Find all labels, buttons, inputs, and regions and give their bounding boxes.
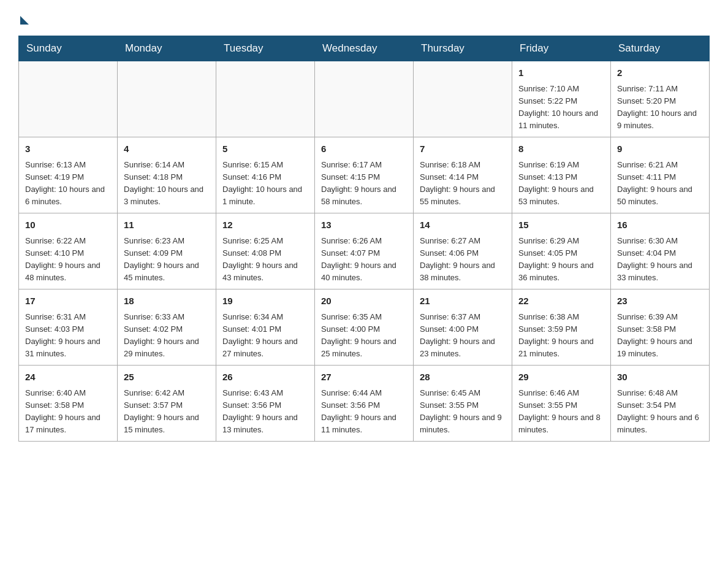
- day-number: 15: [518, 218, 604, 232]
- day-sun-info: Sunrise: 6:31 AMSunset: 4:03 PMDaylight:…: [25, 311, 111, 361]
- calendar-week-row: 1Sunrise: 7:10 AMSunset: 5:22 PMDaylight…: [19, 61, 710, 137]
- calendar-day-header: Monday: [118, 36, 216, 61]
- day-number: 17: [25, 294, 111, 308]
- day-number: 29: [518, 370, 604, 385]
- calendar-cell: 23Sunrise: 6:39 AMSunset: 3:58 PMDayligh…: [611, 289, 710, 366]
- calendar-cell: 7Sunrise: 6:18 AMSunset: 4:14 PMDaylight…: [414, 137, 512, 213]
- day-number: 21: [420, 294, 506, 308]
- day-sun-info: Sunrise: 6:34 AMSunset: 4:01 PMDaylight:…: [222, 311, 308, 361]
- day-sun-info: Sunrise: 6:38 AMSunset: 3:59 PMDaylight:…: [518, 311, 604, 361]
- day-sun-info: Sunrise: 6:23 AMSunset: 4:09 PMDaylight:…: [124, 235, 210, 285]
- calendar-week-row: 3Sunrise: 6:13 AMSunset: 4:19 PMDaylight…: [19, 137, 710, 213]
- calendar-cell: 9Sunrise: 6:21 AMSunset: 4:11 PMDaylight…: [611, 137, 710, 213]
- calendar-cell: 21Sunrise: 6:37 AMSunset: 4:00 PMDayligh…: [414, 289, 512, 366]
- day-sun-info: Sunrise: 6:35 AMSunset: 4:00 PMDaylight:…: [321, 311, 407, 361]
- day-sun-info: Sunrise: 6:40 AMSunset: 3:58 PMDaylight:…: [25, 387, 111, 437]
- calendar-cell: 6Sunrise: 6:17 AMSunset: 4:15 PMDaylight…: [315, 137, 414, 213]
- day-number: 14: [420, 218, 506, 232]
- day-sun-info: Sunrise: 6:30 AMSunset: 4:04 PMDaylight:…: [617, 235, 703, 285]
- day-sun-info: Sunrise: 6:14 AMSunset: 4:18 PMDaylight:…: [124, 159, 210, 209]
- calendar-cell: 4Sunrise: 6:14 AMSunset: 4:18 PMDaylight…: [118, 137, 216, 213]
- calendar-cell: 2Sunrise: 7:11 AMSunset: 5:20 PMDaylight…: [611, 61, 710, 137]
- calendar-cell: 28Sunrise: 6:45 AMSunset: 3:55 PMDayligh…: [414, 366, 512, 442]
- day-number: 8: [518, 142, 604, 156]
- day-sun-info: Sunrise: 6:48 AMSunset: 3:54 PMDaylight:…: [617, 387, 703, 437]
- day-number: 13: [321, 218, 407, 232]
- day-sun-info: Sunrise: 6:39 AMSunset: 3:58 PMDaylight:…: [617, 311, 703, 361]
- day-number: 9: [617, 142, 703, 156]
- calendar-cell: 29Sunrise: 6:46 AMSunset: 3:55 PMDayligh…: [512, 366, 611, 442]
- calendar-cell: 3Sunrise: 6:13 AMSunset: 4:19 PMDaylight…: [19, 137, 118, 213]
- day-sun-info: Sunrise: 6:27 AMSunset: 4:06 PMDaylight:…: [420, 235, 506, 285]
- calendar-day-header: Friday: [512, 36, 611, 61]
- calendar-cell: 16Sunrise: 6:30 AMSunset: 4:04 PMDayligh…: [611, 213, 710, 289]
- day-number: 19: [222, 294, 308, 308]
- calendar-cell: 1Sunrise: 7:10 AMSunset: 5:22 PMDaylight…: [512, 61, 611, 137]
- calendar-cell: 30Sunrise: 6:48 AMSunset: 3:54 PMDayligh…: [611, 366, 710, 442]
- day-sun-info: Sunrise: 6:45 AMSunset: 3:55 PMDaylight:…: [420, 387, 506, 437]
- calendar-cell: [216, 61, 315, 137]
- day-sun-info: Sunrise: 6:29 AMSunset: 4:05 PMDaylight:…: [518, 235, 604, 285]
- calendar-cell: 22Sunrise: 6:38 AMSunset: 3:59 PMDayligh…: [512, 289, 611, 366]
- day-sun-info: Sunrise: 6:21 AMSunset: 4:11 PMDaylight:…: [617, 159, 703, 209]
- day-sun-info: Sunrise: 6:43 AMSunset: 3:56 PMDaylight:…: [222, 387, 308, 437]
- calendar-cell: 10Sunrise: 6:22 AMSunset: 4:10 PMDayligh…: [19, 213, 118, 289]
- logo: [18, 12, 29, 25]
- calendar-cell: 25Sunrise: 6:42 AMSunset: 3:57 PMDayligh…: [118, 366, 216, 442]
- day-number: 20: [321, 294, 407, 308]
- day-number: 30: [617, 370, 703, 385]
- day-sun-info: Sunrise: 6:42 AMSunset: 3:57 PMDaylight:…: [124, 387, 210, 437]
- calendar-cell: [19, 61, 118, 137]
- calendar-table: SundayMondayTuesdayWednesdayThursdayFrid…: [18, 36, 710, 442]
- day-number: 4: [124, 142, 210, 156]
- calendar-cell: 18Sunrise: 6:33 AMSunset: 4:02 PMDayligh…: [118, 289, 216, 366]
- calendar-cell: [414, 61, 512, 137]
- day-number: 28: [420, 370, 506, 385]
- day-number: 5: [222, 142, 308, 156]
- calendar-cell: 14Sunrise: 6:27 AMSunset: 4:06 PMDayligh…: [414, 213, 512, 289]
- day-sun-info: Sunrise: 7:10 AMSunset: 5:22 PMDaylight:…: [518, 83, 604, 132]
- calendar-day-header: Wednesday: [315, 36, 414, 61]
- day-sun-info: Sunrise: 6:19 AMSunset: 4:13 PMDaylight:…: [518, 159, 604, 209]
- day-sun-info: Sunrise: 6:17 AMSunset: 4:15 PMDaylight:…: [321, 159, 407, 209]
- day-number: 16: [617, 218, 703, 232]
- day-number: 3: [25, 142, 111, 156]
- day-number: 26: [222, 370, 308, 385]
- day-number: 1: [518, 66, 604, 80]
- calendar-cell: [315, 61, 414, 137]
- calendar-day-header: Thursday: [414, 36, 512, 61]
- day-number: 2: [617, 66, 703, 80]
- day-sun-info: Sunrise: 6:18 AMSunset: 4:14 PMDaylight:…: [420, 159, 506, 209]
- calendar-header-row: SundayMondayTuesdayWednesdayThursdayFrid…: [19, 36, 710, 61]
- day-number: 7: [420, 142, 506, 156]
- logo-arrow-icon: [20, 16, 29, 25]
- day-sun-info: Sunrise: 6:22 AMSunset: 4:10 PMDaylight:…: [25, 235, 111, 285]
- day-number: 10: [25, 218, 111, 232]
- day-sun-info: Sunrise: 7:11 AMSunset: 5:20 PMDaylight:…: [617, 83, 703, 132]
- calendar-cell: 27Sunrise: 6:44 AMSunset: 3:56 PMDayligh…: [315, 366, 414, 442]
- calendar-cell: 17Sunrise: 6:31 AMSunset: 4:03 PMDayligh…: [19, 289, 118, 366]
- calendar-cell: 20Sunrise: 6:35 AMSunset: 4:00 PMDayligh…: [315, 289, 414, 366]
- day-sun-info: Sunrise: 6:15 AMSunset: 4:16 PMDaylight:…: [222, 159, 308, 209]
- calendar-cell: 8Sunrise: 6:19 AMSunset: 4:13 PMDaylight…: [512, 137, 611, 213]
- day-number: 23: [617, 294, 703, 308]
- calendar-cell: 11Sunrise: 6:23 AMSunset: 4:09 PMDayligh…: [118, 213, 216, 289]
- day-sun-info: Sunrise: 6:44 AMSunset: 3:56 PMDaylight:…: [321, 387, 407, 437]
- calendar-cell: 24Sunrise: 6:40 AMSunset: 3:58 PMDayligh…: [19, 366, 118, 442]
- day-sun-info: Sunrise: 6:33 AMSunset: 4:02 PMDaylight:…: [124, 311, 210, 361]
- calendar-day-header: Tuesday: [216, 36, 315, 61]
- calendar-cell: 26Sunrise: 6:43 AMSunset: 3:56 PMDayligh…: [216, 366, 315, 442]
- calendar-cell: [118, 61, 216, 137]
- calendar-cell: 13Sunrise: 6:26 AMSunset: 4:07 PMDayligh…: [315, 213, 414, 289]
- calendar-cell: 15Sunrise: 6:29 AMSunset: 4:05 PMDayligh…: [512, 213, 611, 289]
- calendar-cell: 19Sunrise: 6:34 AMSunset: 4:01 PMDayligh…: [216, 289, 315, 366]
- calendar-cell: 5Sunrise: 6:15 AMSunset: 4:16 PMDaylight…: [216, 137, 315, 213]
- day-number: 24: [25, 370, 111, 385]
- calendar-day-header: Sunday: [19, 36, 118, 61]
- page-header: [18, 12, 710, 25]
- day-number: 22: [518, 294, 604, 308]
- day-number: 12: [222, 218, 308, 232]
- day-number: 25: [124, 370, 210, 385]
- calendar-week-row: 10Sunrise: 6:22 AMSunset: 4:10 PMDayligh…: [19, 213, 710, 289]
- calendar-week-row: 24Sunrise: 6:40 AMSunset: 3:58 PMDayligh…: [19, 366, 710, 442]
